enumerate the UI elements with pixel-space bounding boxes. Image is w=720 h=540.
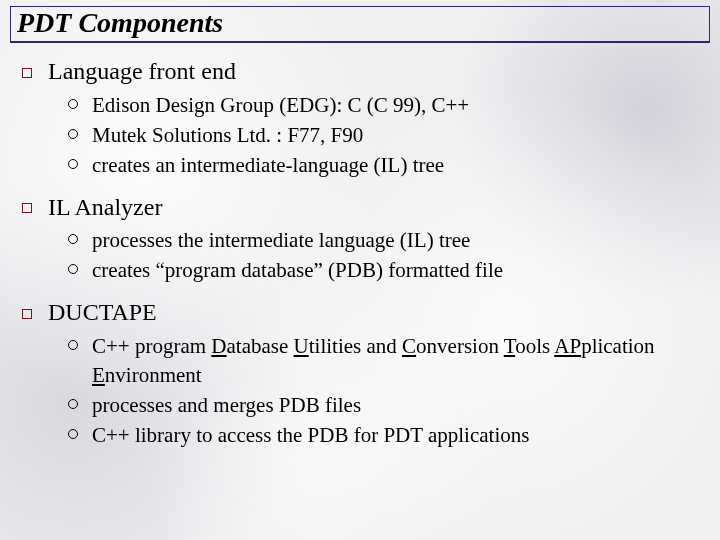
circle-bullet-icon — [68, 226, 92, 255]
slide-title: PDT Components — [17, 7, 701, 39]
bullet-text: Mutek Solutions Ltd. : F77, F90 — [92, 121, 708, 150]
circle-bullet-icon — [68, 421, 92, 450]
bullet-level2: Mutek Solutions Ltd. : F77, F90 — [68, 121, 708, 150]
bullet-level2: creates “program database” (PDB) formatt… — [68, 256, 708, 285]
bullet-level2: C++ program Database Utilities and Conve… — [68, 332, 708, 390]
bullet-text: creates “program database” (PDB) formatt… — [92, 256, 708, 285]
sub-list: processes the intermediate language (IL)… — [22, 226, 708, 292]
bullet-text: C++ program Database Utilities and Conve… — [92, 332, 708, 390]
bullet-text: creates an intermediate-language (IL) tr… — [92, 151, 708, 180]
bullet-level1: IL Analyzer — [22, 191, 708, 225]
bullet-text: C++ library to access the PDB for PDT ap… — [92, 421, 708, 450]
bullet-level2: Edison Design Group (EDG): C (C 99), C++ — [68, 91, 708, 120]
bullet-level2: creates an intermediate-language (IL) tr… — [68, 151, 708, 180]
bullet-level2: C++ library to access the PDB for PDT ap… — [68, 421, 708, 450]
square-bullet-icon — [22, 296, 48, 330]
circle-bullet-icon — [68, 121, 92, 150]
bullet-text: processes and merges PDB files — [92, 391, 708, 420]
circle-bullet-icon — [68, 256, 92, 285]
bullet-level2: processes and merges PDB files — [68, 391, 708, 420]
bullet-level1: Language front end — [22, 55, 708, 89]
sub-list: C++ program Database Utilities and Conve… — [22, 332, 708, 457]
bullet-text: processes the intermediate language (IL)… — [92, 226, 708, 255]
bullet-level2: processes the intermediate language (IL)… — [68, 226, 708, 255]
bullet-text: Edison Design Group (EDG): C (C 99), C++ — [92, 91, 708, 120]
square-bullet-icon — [22, 55, 48, 89]
circle-bullet-icon — [68, 332, 92, 390]
circle-bullet-icon — [68, 391, 92, 420]
square-bullet-icon — [22, 191, 48, 225]
slide-title-bar: PDT Components — [10, 6, 710, 43]
bullet-text: Language front end — [48, 55, 236, 89]
slide-body: Language front end Edison Design Group (… — [10, 55, 710, 457]
bullet-level1: DUCTAPE — [22, 296, 708, 330]
circle-bullet-icon — [68, 91, 92, 120]
sub-list: Edison Design Group (EDG): C (C 99), C++… — [22, 91, 708, 187]
circle-bullet-icon — [68, 151, 92, 180]
bullet-text: DUCTAPE — [48, 296, 157, 330]
bullet-text: IL Analyzer — [48, 191, 162, 225]
